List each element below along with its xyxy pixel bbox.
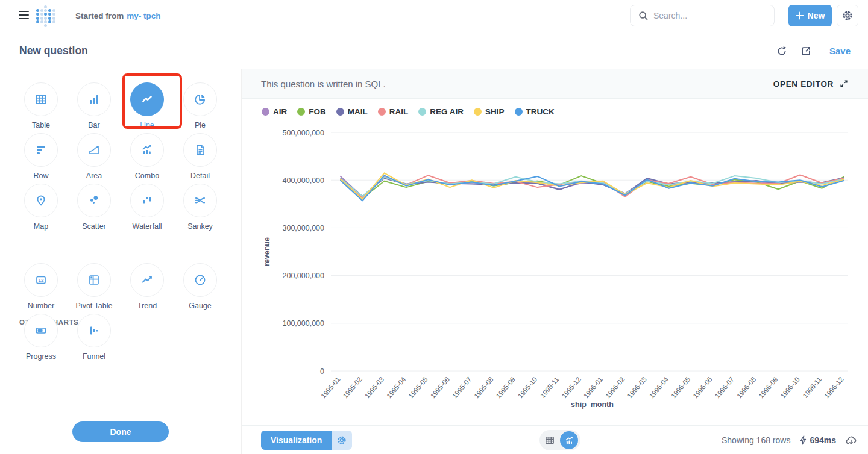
visualization-settings-button[interactable] <box>332 431 352 450</box>
hamburger-menu-icon[interactable] <box>19 11 29 19</box>
legend-item-fob[interactable]: FOB <box>297 107 326 116</box>
chart-type-number[interactable]: 12Number <box>14 263 68 310</box>
svg-text:1995-02: 1995-02 <box>342 376 363 400</box>
chart-type-label: Trend <box>137 302 157 310</box>
new-button-label: New <box>808 11 825 20</box>
chart-type-pivot-table[interactable]: Pivot Table <box>68 263 121 310</box>
download-results-button[interactable] <box>845 435 857 446</box>
chart-type-combo[interactable]: Combo <box>121 133 174 180</box>
chart-view-button[interactable] <box>560 431 578 449</box>
bar-chart-icon <box>77 82 111 116</box>
legend-item-rail[interactable]: RAIL <box>378 107 409 116</box>
svg-text:1996-03: 1996-03 <box>626 376 647 400</box>
svg-text:1995-08: 1995-08 <box>473 376 494 400</box>
open-editor-button[interactable]: OPEN EDITOR <box>773 79 849 89</box>
legend-label: SHIP <box>485 107 505 116</box>
svg-text:1995-07: 1995-07 <box>451 376 473 400</box>
map-chart-icon <box>24 184 58 217</box>
chart-type-row[interactable]: Row <box>14 133 68 180</box>
breadcrumb: Started from my- tpch <box>75 0 161 31</box>
chart-type-sankey[interactable]: Sankey <box>174 184 227 231</box>
detail-chart-icon <box>183 133 217 167</box>
legend-label: MAIL <box>348 107 368 116</box>
pivot-chart-icon <box>77 263 111 297</box>
chart-type-bar[interactable]: Bar <box>68 82 121 129</box>
svg-text:1996-12: 1996-12 <box>823 376 844 400</box>
svg-text:1995-10: 1995-10 <box>517 376 538 400</box>
sql-banner: This question is written in SQL. OPEN ED… <box>242 69 868 99</box>
chart-type-table[interactable]: Table <box>14 82 68 129</box>
chart-type-label: Area <box>86 172 102 180</box>
chart-type-detail[interactable]: Detail <box>174 133 227 180</box>
chart-type-line[interactable]: Line <box>121 82 174 129</box>
chart-type-funnel[interactable]: Funnel <box>68 314 121 361</box>
chart-type-pie[interactable]: Pie <box>174 82 227 129</box>
breadcrumb-source-link[interactable]: my- tpch <box>127 11 160 20</box>
chart-type-label: Row <box>33 172 48 180</box>
svg-text:1995-05: 1995-05 <box>407 376 429 400</box>
table-view-button[interactable] <box>539 430 560 450</box>
search-input[interactable] <box>653 11 767 20</box>
row-chart-icon <box>24 133 58 167</box>
scatter-chart-icon <box>77 184 111 217</box>
legend-item-air[interactable]: AIR <box>262 107 287 116</box>
legend-item-truck[interactable]: TRUCK <box>515 107 555 116</box>
refresh-button[interactable] <box>776 45 788 59</box>
chart-type-scatter[interactable]: Scatter <box>68 184 121 231</box>
svg-text:revenue: revenue <box>263 237 271 266</box>
expand-icon <box>839 79 849 89</box>
svg-text:1995-09: 1995-09 <box>495 376 517 400</box>
visualization-button[interactable]: Visualization <box>261 431 332 450</box>
question-title-bar: New question Save <box>0 31 868 69</box>
chart-type-waterfall[interactable]: Waterfall <box>121 184 174 231</box>
chart-type-label: Sankey <box>187 222 213 231</box>
trend-chart-icon <box>130 263 164 297</box>
legend-item-mail[interactable]: MAIL <box>336 107 368 116</box>
svg-text:0: 0 <box>320 367 324 376</box>
panel-footer: Visualization Showing 168 rows 694ms <box>242 425 868 454</box>
legend-item-ship[interactable]: SHIP <box>474 107 505 116</box>
funnel-chart-icon <box>77 314 111 347</box>
svg-text:300,000,000: 300,000,000 <box>282 224 324 232</box>
new-button[interactable]: New <box>788 5 832 26</box>
chart-type-gauge[interactable]: Gauge <box>174 263 227 310</box>
settings-gear-button[interactable] <box>837 5 858 26</box>
lightning-bolt-icon <box>799 435 807 445</box>
refresh-icon <box>776 45 788 57</box>
chart-type-map[interactable]: Map <box>14 184 68 231</box>
metabase-logo-icon[interactable] <box>36 5 56 28</box>
done-button[interactable]: Done <box>72 421 169 442</box>
svg-text:1995-03: 1995-03 <box>363 376 385 400</box>
svg-text:1996-01: 1996-01 <box>582 376 604 400</box>
chart-type-sidebar: OTHER CHARTS Done TableBarLinePieRowArea… <box>0 69 242 454</box>
share-button[interactable] <box>800 45 812 59</box>
svg-text:12: 12 <box>39 278 44 283</box>
chart-type-label: Scatter <box>82 222 106 231</box>
chart-view-icon <box>564 435 574 446</box>
metabase-app: Started from my- tpch New New question S… <box>0 0 868 454</box>
chart-type-area[interactable]: Area <box>68 133 121 180</box>
line-chart: 0100,000,000200,000,000300,000,000400,00… <box>242 123 868 424</box>
svg-text:1996-11: 1996-11 <box>801 376 823 399</box>
legend-label: REG AIR <box>430 107 464 116</box>
svg-text:1996-05: 1996-05 <box>670 376 691 400</box>
table-chart-view-toggle <box>539 430 580 450</box>
chart-type-label: Detail <box>190 172 210 180</box>
chart-type-label: Table <box>32 121 50 129</box>
chart-type-label: Number <box>28 302 54 310</box>
svg-text:1996-08: 1996-08 <box>735 376 757 400</box>
search-box[interactable] <box>630 5 775 26</box>
line-chart-icon <box>130 82 164 116</box>
sankey-chart-icon <box>183 184 217 217</box>
svg-text:1995-04: 1995-04 <box>385 375 407 400</box>
legend-item-reg-air[interactable]: REG AIR <box>418 107 464 116</box>
chart-type-label: Bar <box>88 121 99 129</box>
chart-type-progress[interactable]: Progress <box>14 314 68 361</box>
cloud-download-icon <box>845 435 857 446</box>
chart-type-label: Waterfall <box>133 222 162 231</box>
sql-banner-text: This question is written in SQL. <box>261 79 386 89</box>
chart-type-trend[interactable]: Trend <box>121 263 174 310</box>
gauge-chart-icon <box>183 263 217 297</box>
save-button[interactable]: Save <box>829 46 851 56</box>
chart-type-label: Line <box>140 121 154 129</box>
